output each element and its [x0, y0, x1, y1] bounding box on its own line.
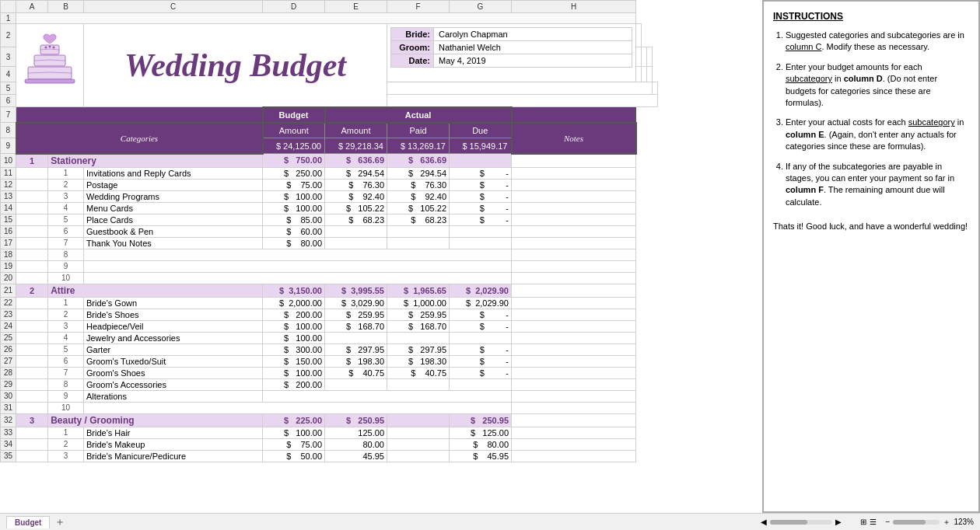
zoom-in-icon[interactable]: ＋ — [943, 517, 950, 528]
scroll-left-icon[interactable]: ◀ — [761, 518, 767, 526]
zoom-controls: ◀ ▶ ⊞ ☰ − ＋ 123% — [761, 517, 974, 528]
scroll-right-icon[interactable]: ▶ — [835, 518, 842, 526]
rownum-1: 1 — [1, 13, 16, 24]
sub-guestbook: Guestbook & Pen — [84, 225, 263, 237]
row-32: 32 3 Beauty / Grooming $ 225.00 $ 250.95… — [1, 413, 658, 427]
cat-name-beauty: Beauty / Grooming — [48, 413, 263, 427]
rownum-21: 21 — [1, 284, 16, 297]
rownum-32: 32 — [1, 413, 16, 427]
sub-grooms-shoes: Groom's Shoes — [84, 367, 263, 378]
budget-header: Budget — [263, 107, 325, 123]
bottom-bar: Budget ＋ ◀ ▶ ⊞ ☰ − ＋ 123% — [0, 513, 980, 530]
total-budget: $ 24,125.00 — [263, 138, 325, 154]
zoom-out-icon[interactable]: − — [886, 518, 891, 526]
rownum-17: 17 — [1, 237, 16, 249]
svg-point-5 — [49, 46, 51, 48]
row-16: 16 6 Guestbook & Pen $ 60.00 — [1, 225, 658, 237]
rownum-2: 2 — [1, 24, 16, 47]
row-20: 20 10 — [1, 272, 658, 284]
row-24: 24 3 Headpiece/Veil $ 100.00 $ 168.70 $ … — [1, 320, 658, 332]
row-10: 10 1 Stationery $ 750.00 $ 636.69 $ 636.… — [1, 154, 658, 168]
date-value[interactable]: May 4, 2019 — [434, 54, 632, 68]
sub-brides-manicure: Bride's Manicure/Pedicure — [84, 450, 263, 462]
rownum-27: 27 — [1, 355, 16, 367]
rownum-24: 24 — [1, 320, 16, 332]
row-26: 26 5 Garter $ 300.00 $ 297.95 $ 297.95 $… — [1, 343, 658, 355]
rownum-14: 14 — [1, 202, 16, 214]
grid-container[interactable]: A B C D E F G H 1 — [0, 0, 762, 513]
rownum-10: 10 — [1, 154, 16, 168]
grid-view-icon[interactable]: ⊞ — [860, 518, 866, 526]
row-12: 12 2 Postage $ 75.00 $ 76.30 $ 76.30 $ - — [1, 179, 658, 190]
col-header-H: H — [512, 1, 636, 13]
row-35: 35 3 Bride's Manicure/Pedicure $ 50.00 4… — [1, 450, 658, 462]
col-header-A: A — [16, 1, 48, 13]
rownum-20: 20 — [1, 272, 16, 284]
instruction-4: If any of the subcategories are payable … — [786, 161, 969, 209]
due-header: Due — [450, 123, 512, 138]
row-1: 1 — [1, 13, 658, 24]
paid-header: Paid — [387, 123, 450, 138]
spreadsheet-grid: A B C D E F G H 1 — [0, 0, 658, 462]
rownum-11: 11 — [1, 167, 16, 179]
cat-name-stationery: Stationery — [48, 154, 263, 168]
col-header-E: E — [325, 1, 387, 13]
row-8: 8 Categories Amount Amount Paid Due Note… — [1, 123, 658, 138]
svg-rect-3 — [25, 79, 75, 83]
row-14: 14 4 Menu Cards $ 100.00 $ 105.22 $ 105.… — [1, 202, 658, 214]
rownum-5: 5 — [1, 82, 16, 95]
spreadsheet-wrapper: A B C D E F G H 1 — [0, 0, 980, 530]
row-25: 25 4 Jewelry and Accessories $ 100.00 — [1, 332, 658, 343]
cat-num-1: 1 — [16, 154, 48, 168]
sub-invitations: Invitations and Reply Cards — [84, 167, 263, 179]
row-15: 15 5 Place Cards $ 85.00 $ 68.23 $ 68.23… — [1, 214, 658, 225]
rownum-3: 3 — [1, 47, 16, 67]
rownum-15: 15 — [1, 214, 16, 225]
svg-rect-2 — [28, 67, 72, 79]
total-due: $ 15,949.17 — [450, 138, 512, 154]
row-27: 27 6 Groom's Tuxedo/Suit $ 150.00 $ 198.… — [1, 355, 658, 367]
zoom-level: 123% — [954, 518, 974, 526]
rownum-16: 16 — [1, 225, 16, 237]
row-23: 23 2 Bride's Shoes $ 200.00 $ 259.95 $ 2… — [1, 309, 658, 320]
row-13: 13 3 Wedding Programs $ 100.00 $ 92.40 $… — [1, 190, 658, 202]
add-sheet-icon[interactable]: ＋ — [54, 515, 65, 529]
rownum-18: 18 — [1, 249, 16, 260]
svg-point-6 — [53, 47, 55, 49]
instruction-3: Enter your actual costs for each subcate… — [786, 117, 969, 152]
sub-thank-you: Thank You Notes — [84, 237, 263, 249]
row-34: 34 2 Bride's Makeup $ 75.00 80.00 $ 80.0… — [1, 438, 658, 450]
sub-garter: Garter — [84, 343, 263, 355]
instructions-panel: INSTRUCTIONS Suggested categories and su… — [762, 0, 980, 513]
groom-value[interactable]: Nathaniel Welch — [434, 41, 632, 54]
instructions-title: INSTRUCTIONS — [773, 11, 969, 22]
row-18: 18 8 — [1, 249, 658, 260]
rownum-29: 29 — [1, 378, 16, 390]
row-2: 2 — [1, 24, 658, 47]
list-view-icon[interactable]: ☰ — [870, 518, 877, 526]
instruction-2: Enter your budget amounts for each subca… — [786, 61, 969, 110]
rownum-9: 9 — [1, 138, 16, 154]
instructions-footer: Thats it! Good luck, and have a wonderfu… — [773, 221, 969, 232]
sub-grooms-acc: Groom's Accessories — [84, 378, 263, 390]
sub-brides-gown: Bride's Gown — [84, 297, 263, 309]
rownum-23: 23 — [1, 309, 16, 320]
budget-tab[interactable]: Budget — [6, 516, 50, 528]
svg-rect-1 — [34, 55, 65, 66]
row-30: 30 9 Alterations — [1, 390, 658, 402]
date-label: Date: — [391, 54, 434, 68]
row-21: 21 2 Attire $ 3,150.00 $ 3,995.55 $ 1,96… — [1, 284, 658, 297]
notes-header: Notes — [512, 123, 636, 154]
sub-alterations: Alterations — [84, 390, 263, 402]
amount-header: Amount — [263, 123, 325, 138]
bride-value[interactable]: Carolyn Chapman — [434, 28, 632, 41]
bride-groom-info: Bride: Carolyn Chapman Groom: Nathaniel … — [387, 24, 636, 82]
col-header-B: B — [48, 1, 84, 13]
rownum-34: 34 — [1, 438, 16, 450]
col-header-C: C — [84, 1, 263, 13]
categories-header: Categories — [16, 123, 263, 154]
row-19: 19 9 — [1, 260, 658, 272]
sub-grooms-tux: Groom's Tuxedo/Suit — [84, 355, 263, 367]
svg-point-4 — [45, 47, 47, 49]
sub-jewelry: Jewelry and Accessories — [84, 332, 263, 343]
